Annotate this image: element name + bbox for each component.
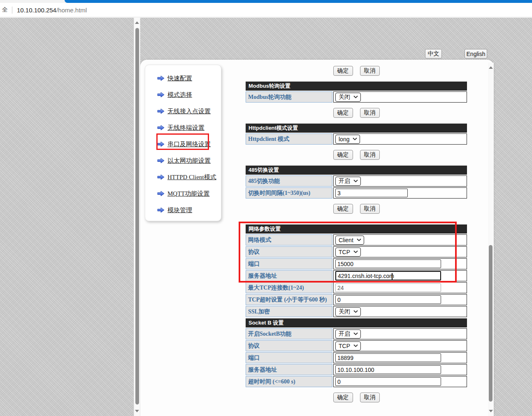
section-485: 485切换设置485切换功能开启切换时间间隔(1~350)(us) bbox=[246, 166, 467, 199]
field-value-cell bbox=[333, 294, 467, 305]
sidebar-item-label[interactable]: 快速配置 bbox=[167, 75, 192, 82]
chinese-language-button[interactable]: 中文 bbox=[425, 49, 442, 58]
sidebar-item-ethernet[interactable]: 以太网功能设置 bbox=[145, 152, 221, 169]
sidebar-item-label[interactable]: 模式选择 bbox=[167, 91, 192, 99]
field-label: 协议 bbox=[246, 340, 332, 351]
form-row-max-tcp-connections: 最大TCP连接数(1~24) bbox=[246, 282, 467, 293]
chevron-down-icon bbox=[353, 310, 358, 313]
sidebar-item-quick-config[interactable]: 快速配置 bbox=[145, 70, 221, 86]
field-label: Httpdclient 模式 bbox=[246, 133, 332, 145]
sidebar-item-wireless-ap[interactable]: 无线接入点设置 bbox=[145, 103, 221, 119]
form-row-ssl-encryption: SSL加密关闭 bbox=[246, 306, 467, 317]
cancel-button[interactable]: 取消 bbox=[360, 204, 380, 214]
sidebar-item-label[interactable]: 以太网功能设置 bbox=[167, 157, 211, 165]
field-label: 开启SocketB功能 bbox=[246, 328, 332, 339]
form-row-485-interval: 切换时间间隔(1~350)(us) bbox=[246, 187, 467, 199]
button-row: 确定 取消 bbox=[246, 150, 467, 160]
field-label: Modbus轮询功能 bbox=[246, 91, 332, 103]
sidebar-item-label[interactable]: 无线终端设置 bbox=[167, 124, 204, 132]
sidebar-item-httpd-client[interactable]: HTTPD Client模式 bbox=[145, 169, 221, 185]
chevron-down-icon bbox=[353, 332, 358, 335]
modbus-poll-select[interactable]: 关闭 bbox=[335, 93, 361, 102]
form-row-httpdclient-mode: Httpdclient 模式long bbox=[246, 133, 467, 145]
485-switch-select[interactable]: 开启 bbox=[335, 177, 361, 186]
socketb-protocol-select[interactable]: TCP bbox=[335, 341, 361, 351]
form-row-socketb-enable: 开启SocketB功能开启 bbox=[246, 328, 467, 339]
arrow-icon bbox=[157, 207, 165, 213]
field-value-cell bbox=[333, 376, 467, 387]
section-title: Socket B 设置 bbox=[246, 318, 467, 327]
485-interval-input[interactable] bbox=[335, 189, 408, 197]
sidebar-item-label[interactable]: HTTPD Client模式 bbox=[167, 173, 216, 181]
browser-accent-bar bbox=[65, 0, 532, 3]
arrow-icon bbox=[157, 158, 165, 164]
scroll-up-arrow-icon[interactable] bbox=[489, 66, 493, 69]
field-label: TCP超时设置 (小于等于600 秒) bbox=[246, 294, 332, 305]
english-language-button[interactable]: English bbox=[465, 49, 487, 58]
httpdclient-mode-select[interactable]: long bbox=[335, 135, 360, 144]
address-bar[interactable]: 全 10.10.100.254/home.html bbox=[0, 4, 87, 16]
scroll-down-arrow-icon[interactable] bbox=[489, 410, 493, 412]
chevron-down-icon bbox=[353, 344, 358, 347]
field-value-cell bbox=[333, 352, 467, 363]
field-label: 485切换功能 bbox=[246, 175, 332, 187]
socketb-timeout-input[interactable] bbox=[335, 377, 441, 386]
socketb-port-input[interactable] bbox=[335, 353, 441, 362]
left-frame-scrollbar[interactable] bbox=[134, 18, 140, 416]
screen: 全 10.10.100.254/home.html 中文 English 快速配… bbox=[0, 0, 532, 416]
cancel-button[interactable]: 取消 bbox=[360, 393, 380, 402]
section-modbus: Modbus轮询设置Modbus轮询功能关闭 bbox=[246, 82, 467, 103]
scrollbar-thumb[interactable] bbox=[135, 28, 139, 404]
url-path: /home.html bbox=[56, 7, 87, 14]
sidebar-item-module-manage[interactable]: 模块管理 bbox=[145, 202, 221, 218]
sidebar-item-label[interactable]: MQTT功能设置 bbox=[167, 190, 210, 198]
sidebar-item-mode-select[interactable]: 模式选择 bbox=[145, 86, 221, 103]
field-label: 端口 bbox=[246, 352, 332, 363]
section-title: Modbus轮询设置 bbox=[246, 82, 467, 91]
cancel-button[interactable]: 取消 bbox=[360, 108, 380, 118]
arrow-icon bbox=[157, 174, 165, 180]
field-value-cell: 开启 bbox=[333, 328, 467, 339]
field-value-cell bbox=[333, 364, 467, 375]
sidebar-item-mqtt[interactable]: MQTT功能设置 bbox=[145, 185, 221, 202]
scrollbar-thumb[interactable] bbox=[489, 245, 493, 402]
form-row-socketb-protocol: 协议TCP bbox=[246, 340, 467, 351]
security-indicator-icon[interactable]: 全 bbox=[2, 6, 8, 14]
form-row-modbus-poll: Modbus轮询功能关闭 bbox=[246, 91, 467, 103]
max-tcp-connections-input[interactable] bbox=[335, 283, 441, 292]
field-value-cell: TCP bbox=[333, 340, 467, 351]
field-label: 超时时间 (<=600 s) bbox=[246, 376, 332, 387]
browser-tab-strip bbox=[0, 0, 532, 3]
tcp-timeout-input[interactable] bbox=[335, 295, 441, 304]
scroll-down-arrow-icon[interactable] bbox=[135, 410, 139, 412]
button-row: 确定 取消 bbox=[246, 393, 467, 402]
chevron-down-icon bbox=[353, 180, 358, 182]
confirm-button[interactable]: 确定 bbox=[333, 393, 353, 402]
field-label: 切换时间间隔(1~350)(us) bbox=[246, 187, 332, 199]
arrow-icon bbox=[157, 92, 165, 98]
form-row-tcp-timeout: TCP超时设置 (小于等于600 秒) bbox=[246, 294, 467, 305]
field-value-cell: 开启 bbox=[333, 175, 467, 187]
socketb-enable-select[interactable]: 开启 bbox=[335, 330, 361, 339]
scroll-up-arrow-icon[interactable] bbox=[135, 21, 139, 24]
sidebar-item-label[interactable]: 无线接入点设置 bbox=[167, 108, 211, 115]
ssl-encryption-select[interactable]: 关闭 bbox=[335, 307, 361, 316]
cancel-button[interactable]: 取消 bbox=[360, 150, 380, 160]
address-divider bbox=[12, 7, 12, 14]
field-value-cell: 关闭 bbox=[333, 306, 467, 317]
arrow-icon bbox=[157, 191, 165, 196]
sidebar-item-label[interactable]: 模块管理 bbox=[167, 206, 192, 214]
confirm-button[interactable]: 确定 bbox=[333, 204, 353, 214]
section-title: Httpdclient模式设置 bbox=[246, 124, 467, 133]
cancel-button[interactable]: 取消 bbox=[360, 66, 380, 76]
content-scrollbar[interactable] bbox=[488, 63, 494, 416]
confirm-button[interactable]: 确定 bbox=[333, 108, 353, 118]
arrow-icon bbox=[157, 125, 165, 131]
confirm-button[interactable]: 确定 bbox=[333, 66, 353, 76]
section-httpdclient: Httpdclient模式设置Httpdclient 模式long bbox=[246, 124, 467, 145]
form-row-socketb-timeout: 超时时间 (<=600 s) bbox=[246, 376, 467, 387]
socketb-server-address-input[interactable] bbox=[335, 365, 441, 374]
arrow-icon bbox=[157, 75, 165, 81]
field-value-cell bbox=[333, 187, 467, 199]
confirm-button[interactable]: 确定 bbox=[333, 150, 353, 160]
